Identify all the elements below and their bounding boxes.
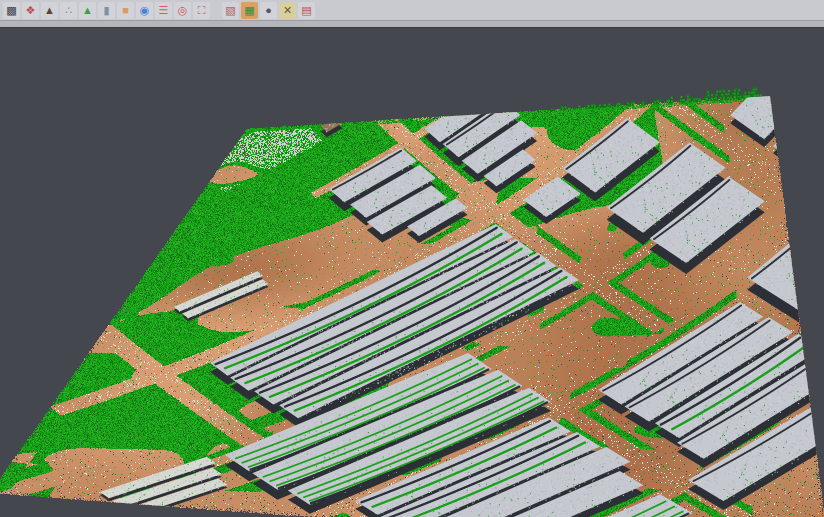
measure-icon-glyph: ▧ bbox=[225, 2, 235, 19]
measure-icon[interactable]: ▧ bbox=[222, 2, 239, 19]
circle-select-icon-glyph: ◎ bbox=[178, 2, 188, 19]
classify-points-icon-glyph: ❖ bbox=[26, 2, 36, 19]
toolbar-divider bbox=[0, 21, 824, 28]
vegetation-icon[interactable]: ▲ bbox=[79, 2, 96, 19]
clear-selection-icon[interactable]: ✕ bbox=[279, 2, 296, 19]
clear-selection-icon-glyph: ✕ bbox=[283, 2, 292, 19]
ortho-icon-glyph: ■ bbox=[122, 2, 129, 19]
profile-icon-glyph: ☰ bbox=[159, 2, 169, 19]
section-icon[interactable]: ▮ bbox=[98, 2, 115, 19]
circle-select-icon[interactable]: ◎ bbox=[174, 2, 191, 19]
classified-map-icon[interactable]: ▦ bbox=[241, 2, 258, 19]
globe-icon-glyph: ◉ bbox=[140, 2, 150, 19]
profile-icon[interactable]: ☰ bbox=[155, 2, 172, 19]
classify-points-icon[interactable]: ❖ bbox=[22, 2, 39, 19]
application-window: ▩❖▲∴▲▮■◉☰◎⛶▧▦●✕▤ bbox=[0, 0, 824, 517]
clip-box-icon[interactable]: ▤ bbox=[298, 2, 315, 19]
ground-points-icon[interactable]: ∴ bbox=[60, 2, 77, 19]
classified-map-icon-glyph: ▦ bbox=[244, 2, 254, 19]
point-cloud-icon-glyph: ▩ bbox=[6, 2, 16, 19]
globe-icon[interactable]: ◉ bbox=[136, 2, 153, 19]
sphere-icon-glyph: ● bbox=[265, 2, 272, 19]
clip-box-icon-glyph: ▤ bbox=[301, 2, 311, 19]
viewport-canvas[interactable] bbox=[0, 28, 824, 517]
sphere-icon[interactable]: ● bbox=[260, 2, 277, 19]
rect-select-icon[interactable]: ⛶ bbox=[193, 2, 210, 19]
section-icon-glyph: ▮ bbox=[103, 2, 109, 19]
terrain-icon-glyph: ▲ bbox=[44, 2, 55, 19]
terrain-icon[interactable]: ▲ bbox=[41, 2, 58, 19]
toolbar: ▩❖▲∴▲▮■◉☰◎⛶▧▦●✕▤ bbox=[0, 0, 824, 21]
ground-points-icon-glyph: ∴ bbox=[65, 2, 72, 19]
vegetation-icon-glyph: ▲ bbox=[82, 2, 93, 19]
rect-select-icon-glyph: ⛶ bbox=[198, 2, 206, 19]
ortho-icon[interactable]: ■ bbox=[117, 2, 134, 19]
point-cloud-icon[interactable]: ▩ bbox=[3, 2, 20, 19]
